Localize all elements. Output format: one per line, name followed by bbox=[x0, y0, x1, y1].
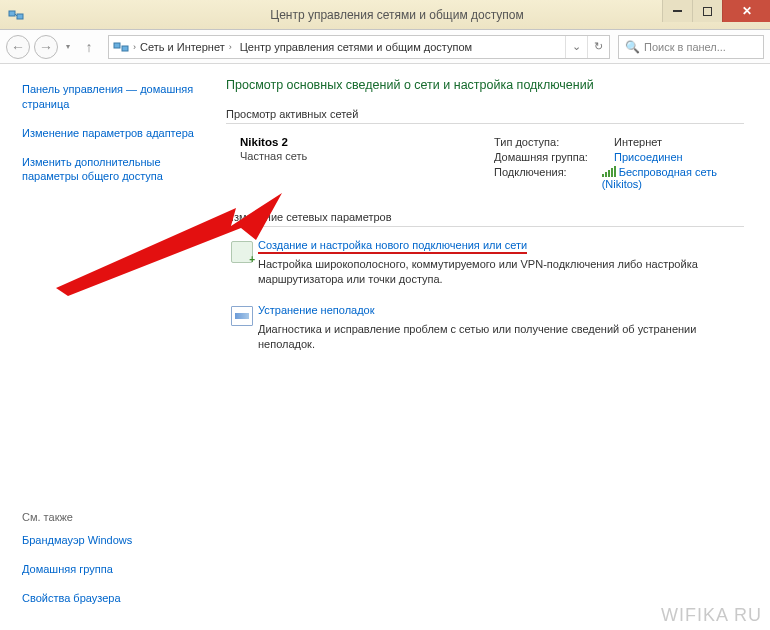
sidebar-link-adapter[interactable]: Изменение параметров адаптера bbox=[22, 126, 194, 141]
search-placeholder: Поиск в панел... bbox=[644, 41, 726, 53]
titlebar: Центр управления сетями и общим доступом… bbox=[0, 0, 770, 30]
connection-name: Беспроводная сеть (Nikitos) bbox=[602, 166, 717, 190]
minimize-button[interactable] bbox=[662, 0, 692, 22]
search-icon: 🔍 bbox=[625, 40, 640, 54]
forward-button[interactable]: → bbox=[34, 35, 58, 59]
network-name: Nikitos 2 bbox=[240, 136, 494, 148]
svg-rect-3 bbox=[114, 43, 120, 48]
search-input[interactable]: 🔍 Поиск в панел... bbox=[618, 35, 764, 59]
address-bar[interactable]: › Сеть и Интернет› Центр управления сетя… bbox=[108, 35, 610, 59]
svg-rect-4 bbox=[122, 46, 128, 51]
sidebar-footer: См. также Брандмауэр Windows Домашняя гр… bbox=[22, 511, 194, 620]
sidebar-link-homegroup[interactable]: Домашняя группа bbox=[22, 562, 194, 577]
option-new-connection: Создание и настройка нового подключения … bbox=[226, 239, 744, 288]
troubleshoot-desc: Диагностика и исправление проблем с сеть… bbox=[258, 322, 744, 353]
history-dropdown[interactable]: ▾ bbox=[62, 42, 74, 51]
chevron-right-icon: › bbox=[229, 42, 232, 52]
breadcrumb-label: Центр управления сетями и общим доступом bbox=[240, 41, 472, 53]
navbar: ← → ▾ ↑ › Сеть и Интернет› Центр управле… bbox=[0, 30, 770, 64]
troubleshoot-icon bbox=[226, 304, 258, 353]
sidebar-link-browser[interactable]: Свойства браузера bbox=[22, 591, 194, 606]
network-identity: Nikitos 2 Частная сеть bbox=[226, 136, 494, 193]
connections-label: Подключения: bbox=[494, 166, 602, 190]
network-row: Nikitos 2 Частная сеть Тип доступа: Инте… bbox=[226, 136, 744, 193]
up-button[interactable]: ↑ bbox=[78, 36, 100, 58]
window-title: Центр управления сетями и общим доступом bbox=[24, 8, 770, 22]
main-panel: Просмотр основных сведений о сети и наст… bbox=[208, 64, 770, 630]
change-settings-heading: Изменение сетевых параметров bbox=[226, 211, 744, 227]
sidebar-footer-heading: См. также bbox=[22, 511, 194, 523]
new-connection-desc: Настройка широкополосного, коммутируемог… bbox=[258, 257, 744, 288]
access-type-value: Интернет bbox=[614, 136, 662, 148]
breadcrumb-seg-2[interactable]: Центр управления сетями и общим доступом bbox=[236, 36, 476, 58]
refresh-button[interactable]: ↻ bbox=[587, 36, 609, 58]
address-dropdown[interactable]: ⌄ bbox=[565, 36, 587, 58]
page-title: Просмотр основных сведений о сети и наст… bbox=[226, 78, 744, 92]
wifi-signal-icon bbox=[602, 167, 616, 177]
sidebar: Панель управления — домашняя страница Из… bbox=[0, 64, 208, 630]
maximize-button[interactable] bbox=[692, 0, 722, 22]
content-area: Панель управления — домашняя страница Из… bbox=[0, 64, 770, 630]
homegroup-label: Домашняя группа: bbox=[494, 151, 614, 163]
network-type: Частная сеть bbox=[240, 150, 494, 162]
close-button[interactable]: ✕ bbox=[722, 0, 770, 22]
svg-rect-1 bbox=[17, 14, 23, 19]
location-icon bbox=[113, 39, 129, 55]
window-controls: ✕ bbox=[662, 0, 770, 22]
watermark: WIFIKA RU bbox=[661, 605, 762, 626]
breadcrumb-seg-1[interactable]: Сеть и Интернет› bbox=[136, 36, 236, 58]
active-networks-heading: Просмотр активных сетей bbox=[226, 108, 744, 124]
network-properties: Тип доступа: Интернет Домашняя группа: П… bbox=[494, 136, 744, 193]
sidebar-link-firewall[interactable]: Брандмауэр Windows bbox=[22, 533, 194, 548]
new-connection-icon bbox=[226, 239, 258, 288]
troubleshoot-link[interactable]: Устранение неполадок bbox=[258, 304, 375, 316]
connection-link[interactable]: Беспроводная сеть (Nikitos) bbox=[602, 166, 744, 190]
new-connection-link[interactable]: Создание и настройка нового подключения … bbox=[258, 239, 527, 254]
back-button[interactable]: ← bbox=[6, 35, 30, 59]
homegroup-link[interactable]: Присоединен bbox=[614, 151, 683, 163]
breadcrumb-label: Сеть и Интернет bbox=[140, 41, 225, 53]
option-troubleshoot: Устранение неполадок Диагностика и испра… bbox=[226, 304, 744, 353]
svg-rect-0 bbox=[9, 11, 15, 16]
sidebar-link-advanced[interactable]: Изменить дополнительные параметры общего… bbox=[22, 155, 194, 185]
sidebar-link-home[interactable]: Панель управления — домашняя страница bbox=[22, 82, 194, 112]
app-icon bbox=[8, 7, 24, 23]
access-type-label: Тип доступа: bbox=[494, 136, 614, 148]
